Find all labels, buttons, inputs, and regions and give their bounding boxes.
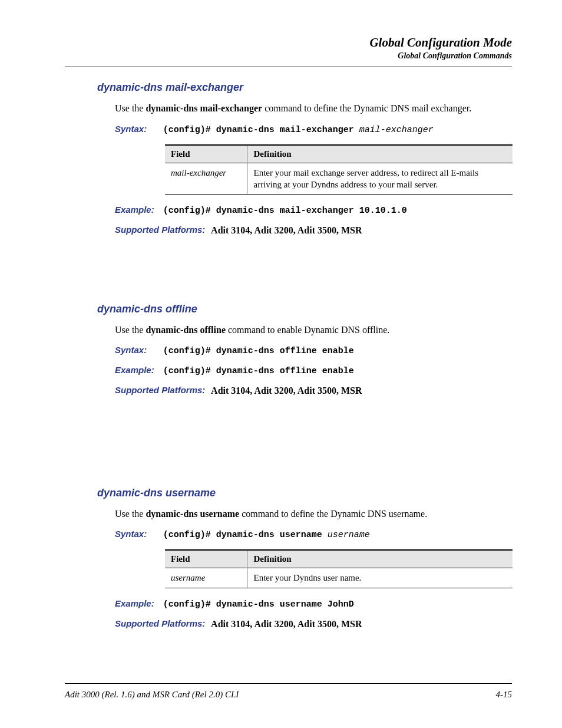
platforms-text: Adit 3104, Adit 3200, Adit 3500, MSR [211, 225, 362, 235]
table-row: mail-exchanger Enter your mail exchange … [165, 163, 513, 195]
section-description: Use the dynamic-dns offline command to e… [115, 324, 512, 337]
cell-field: mail-exchanger [165, 163, 247, 195]
syntax-row: Syntax: (config)# dynamic-dns username u… [115, 527, 512, 542]
syntax-var: username [328, 530, 370, 540]
section-title: dynamic-dns offline [97, 303, 512, 315]
platforms-text: Adit 3104, Adit 3200, Adit 3500, MSR [211, 386, 362, 396]
syntax-label: Syntax: [115, 122, 161, 136]
syntax-label: Syntax: [115, 527, 161, 541]
platforms-text: Adit 3104, Adit 3200, Adit 3500, MSR [211, 619, 362, 629]
header-rule [65, 67, 512, 67]
example-label: Example: [115, 363, 161, 377]
header-subtitle: Global Configuration Commands [65, 51, 512, 61]
example-text: (config)# dynamic-dns username JohnD [163, 599, 354, 610]
footer-row: Adit 3000 (Rel. 1.6) and MSR Card (Rel 2… [65, 690, 512, 700]
platforms-row: Supported Platforms: Adit 3104, Adit 320… [115, 223, 512, 238]
syntax-text: (config)# dynamic-dns mail-exchanger [163, 125, 359, 135]
header-title: Global Configuration Mode [65, 35, 512, 50]
section-username: dynamic-dns username Use the dynamic-dns… [97, 487, 512, 631]
table-row: username Enter your Dyndns user name. [165, 568, 513, 588]
page-footer: Adit 3000 (Rel. 1.6) and MSR Card (Rel 2… [65, 683, 512, 700]
definition-table: Field Definition mail-exchanger Enter yo… [165, 144, 513, 195]
table-header-row: Field Definition [165, 145, 513, 163]
page: Global Configuration Mode Global Configu… [0, 0, 562, 728]
col-definition: Definition [247, 550, 513, 568]
platforms-label: Supported Platforms: [115, 383, 205, 397]
platforms-row: Supported Platforms: Adit 3104, Adit 320… [115, 617, 512, 632]
syntax-label: Syntax: [115, 343, 161, 357]
example-text: (config)# dynamic-dns offline enable [163, 366, 354, 376]
cell-definition: Enter your mail exchange server address,… [247, 163, 513, 195]
syntax-text: (config)# dynamic-dns offline enable [163, 346, 354, 356]
example-label: Example: [115, 203, 161, 217]
section-title: dynamic-dns mail-exchanger [97, 81, 512, 94]
syntax-row: Syntax: (config)# dynamic-dns offline en… [115, 343, 512, 358]
table-header-row: Field Definition [165, 550, 513, 568]
footer-rule [65, 683, 512, 684]
platforms-label: Supported Platforms: [115, 617, 205, 631]
footer-left: Adit 3000 (Rel. 1.6) and MSR Card (Rel 2… [65, 690, 239, 700]
platforms-label: Supported Platforms: [115, 223, 205, 237]
cell-definition: Enter your Dyndns user name. [247, 568, 513, 588]
page-header: Global Configuration Mode Global Configu… [65, 35, 512, 61]
example-text: (config)# dynamic-dns mail-exchanger 10.… [163, 206, 407, 216]
section-title: dynamic-dns username [97, 487, 512, 499]
col-definition: Definition [247, 145, 513, 163]
example-label: Example: [115, 597, 161, 611]
syntax-row: Syntax: (config)# dynamic-dns mail-excha… [115, 122, 512, 137]
section-description: Use the dynamic-dns username command to … [115, 508, 512, 521]
cell-field: username [165, 568, 247, 588]
example-row: Example: (config)# dynamic-dns mail-exch… [115, 203, 512, 218]
example-row: Example: (config)# dynamic-dns offline e… [115, 363, 512, 378]
definition-table: Field Definition username Enter your Dyn… [165, 549, 513, 588]
col-field: Field [165, 550, 247, 568]
footer-page-number: 4-15 [496, 690, 513, 700]
col-field: Field [165, 145, 247, 163]
syntax-text: (config)# dynamic-dns username [163, 530, 328, 540]
syntax-var: mail-exchanger [359, 125, 434, 135]
section-description: Use the dynamic-dns mail-exchanger comma… [115, 102, 512, 115]
section-offline: dynamic-dns offline Use the dynamic-dns … [97, 303, 512, 398]
example-row: Example: (config)# dynamic-dns username … [115, 597, 512, 612]
platforms-row: Supported Platforms: Adit 3104, Adit 320… [115, 383, 512, 398]
section-mail-exchanger: dynamic-dns mail-exchanger Use the dynam… [97, 81, 512, 238]
